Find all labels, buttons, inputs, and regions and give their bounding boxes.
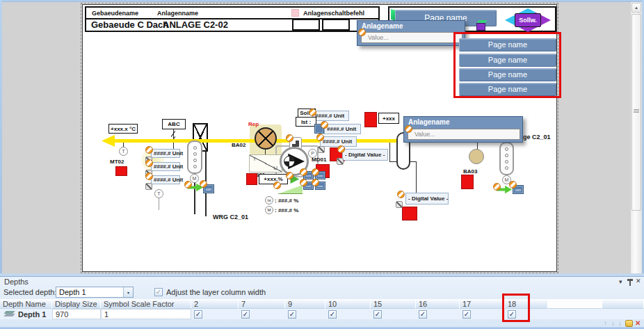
wrench-icon[interactable] [145,183,152,190]
layer-checkbox-2[interactable]: ✓ [194,310,202,319]
close-icon[interactable]: ✕ [636,278,641,284]
vertical-scrollbar[interactable]: ▲ [630,2,642,274]
unit-value-box-6[interactable]: ####.# Unit [320,136,357,147]
unit-value-box-2[interactable]: ####.# Unit [151,162,180,171]
cube-3d-icon [476,20,488,31]
unit-value-box-1[interactable]: ####.# Unit [151,149,180,158]
motor-icon: M [190,174,199,183]
selected-depth-label: Selected depth: [3,288,56,296]
ist-circle-icon: Ist [265,196,273,204]
adjust-width-checkbox[interactable]: ✓ [154,288,163,296]
column-9[interactable]: 9 [285,299,325,309]
depth-row[interactable]: Depth 1 970 1 ✓ ✓ ✓ ✓ ✓ ✓ ✓ ✓ [0,309,644,319]
column-7[interactable]: 7 [239,299,285,309]
valve-icon-2[interactable] [499,142,514,175]
pin-icon[interactable] [629,281,631,286]
f-u-converter-icon[interactable]: f U [249,154,282,172]
combobox-arrow-icon[interactable]: ▾ [123,287,133,297]
unit-value-box-5[interactable]: ####.# Unit [324,124,361,134]
page-list-button-3[interactable]: Page name [459,68,556,81]
column-16[interactable]: 16 [416,299,460,309]
temp-sensor-icon-2: T [154,189,163,198]
scrollbar-grip [634,109,639,113]
no-entry-icon [509,181,517,188]
abc-value-box[interactable]: ABC [162,119,186,129]
popup-title: Anlagename [357,21,465,30]
no-entry-icon [273,182,281,189]
column-17[interactable]: 17 [460,299,505,309]
no-entry-icon [145,146,153,154]
wrench-icon[interactable] [337,158,344,165]
page-list-button-2[interactable]: Page name [459,54,556,67]
scroll-up-button[interactable]: ▲ [631,3,641,13]
page-list-highlight-box: Page name Page name Page name Page name [453,32,561,98]
anlagename-popup-2: Anlagename Value... [403,116,523,143]
valve-icon[interactable] [187,141,202,174]
digital-value-box-2[interactable]: - Digital Value - [405,193,449,204]
symbol-scale-cell[interactable]: 1 [101,309,191,319]
application-window: ▲ Gebaeudename Anlagenname Anlagenschalt… [0,0,644,329]
no-entry-icon [337,145,345,153]
alarm-square-ss01 [246,173,257,185]
page-list-button-1[interactable]: Page name [459,38,556,51]
column-10[interactable]: 10 [325,299,371,309]
no-entry-icon [300,168,307,176]
column-display-size[interactable]: Display Size [52,299,101,309]
sensor-stem-line [159,198,159,210]
alarm-square [402,207,417,220]
depth-row-name-cell[interactable]: Depth 1 [0,309,52,319]
anlagename-popup-1: Anlagename Value... [357,20,465,46]
depths-grid-header: Depth Name Display Size Symbol Scale Fac… [0,299,644,309]
selected-depth-combobox[interactable]: Depth 1 ▾ [56,287,134,298]
ba03-label: BA03 [463,168,477,175]
depths-panel-title: Depths [4,278,29,286]
covered-value-box[interactable]: +xxx [378,113,399,124]
column-2[interactable]: 2 [191,299,239,309]
unit-value-box-3[interactable]: ####.# Unit [151,175,180,184]
layer-checkbox-15[interactable]: ✓ [373,310,382,319]
wrench-icon[interactable] [318,146,325,153]
layer-icon [5,311,15,318]
move-up-icon[interactable]: ↑ [604,319,607,327]
header-empty-cell-2 [322,19,350,31]
ba03-actuator-icon[interactable] [469,149,484,164]
page-list-button-4[interactable]: Page name [459,83,556,96]
delete-layer-icon[interactable]: ✕ [635,319,641,327]
no-entry-icon [405,125,412,133]
no-entry-icon [184,181,192,188]
display-size-cell[interactable]: 970 [52,309,101,319]
mt02-label: MT02 [110,159,124,165]
switch-command-label: Anlagenschaltbefehl [303,10,364,17]
plant-column-label: Anlagenname [157,10,198,17]
move-bottom-icon[interactable]: ↓ [618,319,622,327]
no-entry-icon [358,29,366,36]
chevron-down-icon[interactable]: ▾ [619,278,622,285]
temperature-value-box[interactable]: +xxx.x °C [108,124,138,134]
no-entry-icon [312,179,319,186]
column-15[interactable]: 15 [371,299,416,309]
popup-value-field[interactable]: Value... [361,32,462,43]
column-depth-name[interactable]: Depth Name [0,299,52,309]
sollw-diamond-label: Sollw. [515,13,541,27]
layer-checkbox-7[interactable]: ✓ [241,310,250,319]
digital-value-box-1[interactable]: - Digital Value - [342,149,388,161]
depths-panel: Depths ▾ ✕ Selected depth: Depth 1 ▾ ✓ A… [0,276,644,327]
title-block: Gebaeudename Anlagenname Anlagenschaltbe… [85,6,380,32]
layer-checkbox-17[interactable]: ✓ [462,310,471,319]
add-layer-icon[interactable] [625,320,633,327]
layer-checkbox-16[interactable]: ✓ [419,310,427,319]
scrollbar-thumb[interactable] [631,14,641,211]
move-down-icon[interactable]: ↓ [611,319,615,327]
no-entry-icon [300,179,307,186]
pipe-line [416,161,417,193]
no-entry-icon [145,159,153,167]
layer-checkbox-9[interactable]: ✓ [288,310,296,319]
layer-checkbox-10[interactable]: ✓ [328,310,337,319]
wrench-icon[interactable] [396,201,403,208]
column-filler [602,299,644,309]
alarm-square-ba03 [461,175,474,189]
popup-value-field[interactable]: Value... [408,129,520,140]
damper-actuator-icon[interactable] [255,127,277,150]
column-symbol-scale[interactable]: Symbol Scale Factor [101,299,191,309]
unit-value-box-4[interactable]: ####.# Unit [312,111,349,121]
